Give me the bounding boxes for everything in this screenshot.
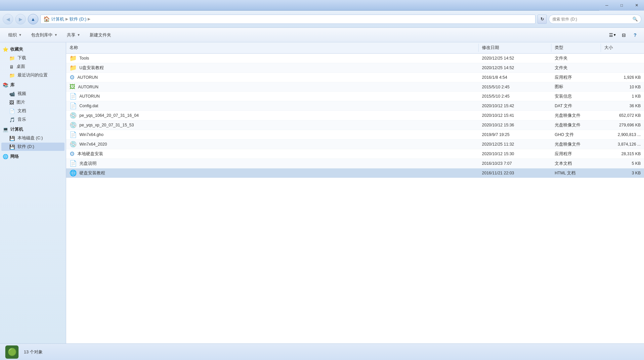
file-type-cell: 应用程序	[551, 74, 601, 81]
sidebar-item-download[interactable]: 📁 下载	[1, 54, 64, 62]
file-size-cell: 3 KB	[601, 170, 644, 176]
file-type-cell: 光盘映像文件	[551, 112, 601, 119]
breadcrumb-sep-2: ▶	[88, 17, 90, 21]
computer-header[interactable]: 💻 计算机	[0, 125, 66, 134]
document-label: 文档	[18, 108, 26, 114]
sidebar-item-desktop[interactable]: 🖥 桌面	[1, 63, 64, 71]
minimize-button[interactable]: ─	[599, 0, 614, 11]
table-row[interactable]: 🖼 AUTORUN 2015/5/10 2:45 图标 10 KB	[66, 82, 644, 92]
file-name-cell: 💿 pe_yqs_1064_20_07_31_16_04	[66, 111, 479, 120]
breadcrumb-sep-1: ▶	[65, 17, 68, 21]
status-bar: 🟢 13 个对象	[0, 343, 644, 360]
file-size-cell: 36 KB	[601, 103, 644, 109]
col-header-name[interactable]: 名称	[66, 44, 479, 52]
computer-icon: 💻	[3, 127, 8, 132]
breadcrumb-item-drive[interactable]: 软件 (D:)	[69, 16, 86, 22]
up-button[interactable]: ▲	[28, 14, 38, 24]
table-row[interactable]: 🌐 硬盘安装教程 2016/11/21 22:03 HTML 文档 3 KB	[66, 168, 644, 178]
table-row[interactable]: 📄 AUTORUN 2015/5/10 2:45 安装信息 1 KB	[66, 92, 644, 101]
table-row[interactable]: 💿 Win7x64_2020 2020/12/25 11:32 光盘映像文件 3…	[66, 140, 644, 149]
image-label: 图片	[17, 100, 25, 105]
table-row[interactable]: 📁 Tools 2020/12/25 14:52 文件夹	[66, 54, 644, 63]
file-type-cell: 文本文档	[551, 160, 601, 167]
file-size-cell: 1,926 KB	[601, 74, 644, 81]
help-button[interactable]: ?	[630, 30, 640, 40]
table-row[interactable]: ⚙ AUTORUN 2016/1/8 4:54 应用程序 1,926 KB	[66, 73, 644, 82]
file-type-icon: 💿	[69, 121, 77, 129]
file-name-cell: 🌐 硬盘安装教程	[66, 168, 479, 178]
organize-button[interactable]: 组织 ▼	[4, 29, 26, 41]
close-button[interactable]: ✕	[629, 0, 644, 11]
view-arrow: ▼	[613, 33, 617, 37]
library-header[interactable]: 📚 库	[0, 81, 66, 89]
table-row[interactable]: ⚙ 本地硬盘安装 2020/10/12 15:30 应用程序 28,315 KB	[66, 149, 644, 159]
col-header-size[interactable]: 大小	[601, 44, 644, 52]
file-type-icon: 🖼	[69, 83, 75, 90]
file-list: 📁 Tools 2020/12/25 14:52 文件夹 📁 U盘安装教程 20…	[66, 54, 644, 343]
file-name-cell: 💿 Win7x64_2020	[66, 140, 479, 149]
table-row[interactable]: 💿 pe_yqs_xp_20_07_31_15_53 2020/10/12 15…	[66, 120, 644, 130]
file-type-icon: 📁	[69, 55, 77, 62]
up-icon: ▲	[31, 17, 35, 22]
file-name-cell: ⚙ AUTORUN	[66, 73, 479, 82]
share-button[interactable]: 共享 ▼	[63, 29, 85, 41]
file-name-cell: 📁 U盘安装教程	[66, 63, 479, 72]
favorites-label: 收藏夹	[10, 46, 23, 52]
sidebar-item-recent[interactable]: 📁 最近访问的位置	[1, 71, 64, 79]
sidebar-item-drive-d[interactable]: 💾 软件 (D:)	[1, 143, 64, 151]
library-label: 库	[10, 82, 15, 88]
new-folder-button[interactable]: 新建文件夹	[85, 29, 115, 41]
col-header-modified[interactable]: 修改日期	[479, 44, 551, 52]
table-row[interactable]: 📄 光盘说明 2016/10/23 7:07 文本文档 5 KB	[66, 159, 644, 168]
organize-label: 组织	[8, 32, 17, 38]
image-icon: 🖼	[9, 100, 14, 105]
drive-d-label: 软件 (D:)	[18, 144, 34, 150]
sidebar-item-image[interactable]: 🖼 图片	[1, 98, 64, 107]
table-row[interactable]: 💿 pe_yqs_1064_20_07_31_16_04 2020/10/12 …	[66, 111, 644, 120]
sidebar-item-document[interactable]: 📄 文档	[1, 107, 64, 115]
refresh-icon: ↻	[540, 17, 544, 22]
drive-c-icon: 💾	[9, 136, 15, 141]
favorites-header[interactable]: ⭐ 收藏夹	[0, 45, 66, 54]
file-size-cell	[601, 67, 644, 69]
breadcrumb-item-computer[interactable]: 计算机	[51, 16, 64, 22]
table-row[interactable]: 📄 Config.dat 2020/10/12 15:42 DAT 文件 36 …	[66, 101, 644, 111]
file-size-cell: 652,072 KB	[601, 112, 644, 119]
sidebar-item-drive-c[interactable]: 💾 本地磁盘 (C:)	[1, 134, 64, 142]
file-name-label: Config.dat	[79, 104, 98, 108]
sidebar-item-music[interactable]: 🎵 音乐	[1, 115, 64, 124]
table-row[interactable]: 📄 Win7x64.gho 2019/9/7 19:25 GHO 文件 2,90…	[66, 130, 644, 140]
forward-button[interactable]: ▶	[15, 14, 26, 24]
file-name-label: pe_yqs_xp_20_07_31_15_53	[79, 123, 134, 127]
network-header[interactable]: 🌐 网络	[0, 152, 66, 161]
file-name-label: pe_yqs_1064_20_07_31_16_04	[79, 113, 139, 118]
network-label: 网络	[10, 154, 19, 159]
file-type-cell: 图标	[551, 83, 601, 91]
titlebar: ─ □ ✕	[0, 0, 644, 11]
drive-c-label: 本地磁盘 (C:)	[18, 135, 43, 141]
file-modified-cell: 2019/9/7 19:25	[479, 131, 551, 138]
file-modified-cell: 2020/10/12 15:30	[479, 151, 551, 157]
col-header-type[interactable]: 类型	[551, 44, 601, 52]
include-library-button[interactable]: 包含到库中 ▼	[27, 29, 62, 41]
file-size-cell: 28,315 KB	[601, 151, 644, 157]
refresh-button[interactable]: ↻	[537, 15, 547, 24]
video-icon: 📹	[9, 91, 15, 97]
file-type-icon: 📄	[69, 102, 77, 110]
file-name-label: U盘安装教程	[79, 65, 104, 71]
maximize-button[interactable]: □	[614, 0, 629, 11]
help-icon: ?	[634, 32, 637, 38]
view-toggle-button[interactable]: ☰ ▼	[608, 30, 618, 40]
preview-pane-button[interactable]: ⊟	[619, 30, 629, 40]
file-type-icon: 📄	[69, 160, 77, 167]
computer-section: 💻 计算机 💾 本地磁盘 (C:) 💾 软件 (D:)	[0, 125, 66, 151]
back-button[interactable]: ◀	[3, 14, 13, 24]
sidebar-item-video[interactable]: 📹 视频	[1, 90, 64, 98]
table-row[interactable]: 📁 U盘安装教程 2020/12/25 14:52 文件夹	[66, 63, 644, 73]
file-modified-cell: 2015/5/10 2:45	[479, 84, 551, 90]
file-modified-cell: 2020/10/12 15:41	[479, 112, 551, 119]
toolbar-right: ☰ ▼ ⊟ ?	[608, 30, 640, 40]
file-type-cell: DAT 文件	[551, 102, 601, 110]
search-input[interactable]	[552, 17, 630, 22]
column-headers: 名称 修改日期 类型 大小	[66, 42, 644, 54]
